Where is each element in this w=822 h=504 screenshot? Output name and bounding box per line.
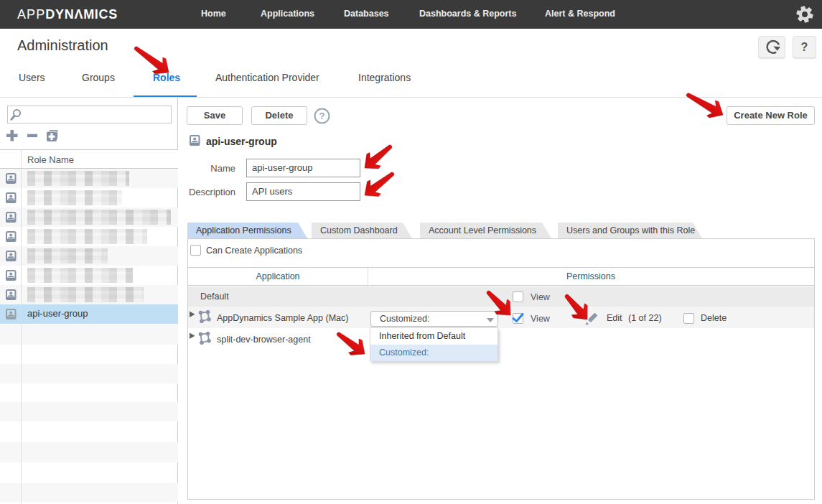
svg-text:?: ?	[319, 111, 325, 121]
